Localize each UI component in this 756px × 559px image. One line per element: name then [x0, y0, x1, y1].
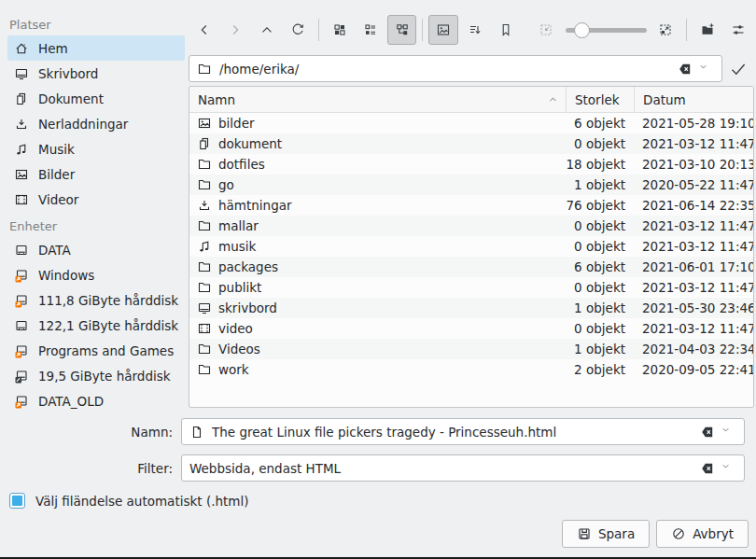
folder-icon — [197, 157, 212, 172]
icon-view-button[interactable] — [325, 15, 354, 45]
sidebar-item-skrivbord[interactable]: Skrivbord — [7, 61, 185, 86]
file-name: mallar — [218, 218, 259, 233]
filename-dropdown-arrow[interactable] — [725, 426, 738, 439]
icon-view-icon — [332, 22, 347, 37]
file-date: 2021-04-03 22:34 — [634, 342, 753, 356]
column-header-name[interactable]: Namn — [189, 87, 566, 112]
sidebar-item-windows[interactable]: Windows — [7, 262, 185, 287]
filter-dropdown-arrow[interactable] — [725, 462, 738, 475]
filter-row: Filter: — [0, 454, 745, 482]
detail-tree-view-button[interactable] — [387, 15, 417, 45]
sidebar-item-label: 111,8 GiByte hårddisk — [38, 293, 178, 308]
save-button[interactable]: Spara — [562, 520, 650, 548]
location-bar[interactable] — [189, 55, 722, 82]
show-preview-button[interactable] — [428, 15, 458, 45]
clear-location-button[interactable] — [679, 62, 699, 77]
file-size: 0 objekt — [566, 136, 634, 151]
bookmark-button[interactable] — [491, 15, 520, 45]
filter-input[interactable] — [189, 461, 697, 476]
cancel-icon — [671, 526, 686, 541]
table-row[interactable]: skrivbord1 objekt2021-05-30 23:46 — [189, 298, 753, 318]
filename-field[interactable] — [181, 418, 745, 445]
clear-filename-button[interactable] — [701, 425, 721, 440]
sidebar-item-label: Skrivbord — [38, 66, 98, 81]
up-button[interactable] — [252, 15, 281, 45]
sidebar-item-19-5-gibyte-h-rddisk[interactable]: 19,5 GiByte hårddisk — [7, 363, 185, 388]
table-row[interactable]: bilder6 objekt2021-05-28 19:10 — [189, 113, 753, 133]
compact-view-button[interactable] — [356, 15, 385, 45]
sidebar-item-hem[interactable]: Hem — [7, 35, 185, 61]
auto-extension-row: Välj filändelse automatiskt (.html) — [9, 493, 248, 509]
new-folder-button[interactable] — [693, 15, 721, 45]
table-row[interactable]: dokument0 objekt2021-03-12 11:47 — [189, 133, 753, 154]
file-date: 2021-05-30 23:46 — [634, 300, 753, 315]
chevron-left-icon — [197, 22, 212, 37]
back-button[interactable] — [189, 15, 218, 45]
table-row[interactable]: hämtningar76 objekt2021-06-14 22:35 — [189, 195, 753, 216]
zoom-in-button[interactable] — [651, 15, 680, 45]
accept-location-button[interactable] — [722, 55, 754, 82]
file-date: 2021-06-01 17:10 — [634, 259, 753, 274]
sidebar-item-nerladdningar[interactable]: Nerladdningar — [7, 111, 185, 136]
file-date: 2021-05-28 19:10 — [634, 116, 753, 131]
music-note-icon — [14, 142, 29, 157]
slider-knob[interactable] — [574, 22, 590, 38]
sidebar-item-programs-and-games[interactable]: Programs and Games — [7, 338, 185, 363]
filter-field[interactable] — [181, 454, 745, 482]
clear-filter-button[interactable] — [701, 461, 721, 476]
cancel-button[interactable]: Avbryt — [656, 520, 749, 548]
table-row[interactable]: video0 objekt2021-03-12 11:47 — [189, 318, 753, 339]
table-row[interactable]: publikt0 objekt2021-03-12 11:47 — [189, 277, 753, 298]
sidebar-item-122-1-gibyte-h-rddisk[interactable]: 122,1 GiByte hårddisk — [7, 313, 185, 338]
table-row[interactable]: work2 objekt2020-09-05 22:41 — [189, 359, 753, 380]
sidebar-item-videor[interactable]: Videor — [7, 187, 185, 212]
file-name: work — [218, 362, 249, 377]
file-rows: bilder6 objekt2021-05-28 19:10dokument0 … — [189, 113, 753, 380]
sidebar-item-bilder[interactable]: Bilder — [7, 161, 185, 187]
reload-icon — [290, 22, 305, 37]
backspace-clear-icon — [678, 62, 693, 77]
toolbar — [189, 13, 754, 47]
filename-input[interactable] — [212, 425, 697, 440]
auto-extension-label: Välj filändelse automatiskt (.html) — [35, 494, 248, 509]
copy-document-icon — [14, 91, 29, 106]
table-row[interactable]: go1 objekt2020-05-22 11:47 — [189, 175, 753, 195]
file-name-cell: hämtningar — [189, 198, 566, 213]
sidebar-item-musik[interactable]: Musik — [7, 136, 185, 161]
checkbox-checked-mark — [12, 496, 22, 506]
table-row[interactable]: mallar0 objekt2021-03-12 11:47 — [189, 216, 753, 236]
sidebar-item-111-8-gibyte-h-rddisk[interactable]: 111,8 GiByte hårddisk — [7, 287, 185, 313]
folder-icon — [197, 362, 212, 377]
options-button[interactable] — [723, 15, 752, 45]
image-icon — [14, 167, 29, 182]
column-header-date[interactable]: Datum — [634, 87, 753, 112]
table-row[interactable]: Videos1 objekt2021-04-03 22:34 — [189, 339, 753, 359]
reload-button[interactable] — [283, 15, 312, 45]
sidebar-item-label: 122,1 GiByte hårddisk — [38, 318, 178, 333]
backspace-clear-icon — [700, 425, 715, 440]
places-sidebar: PlatserHemSkrivbordDokumentNerladdningar… — [7, 15, 185, 413]
sidebar-item-data[interactable]: DATA — [7, 237, 185, 262]
sidebar-item-dokument[interactable]: Dokument — [7, 86, 185, 111]
table-row[interactable]: musik0 objekt2021-03-12 11:47 — [189, 236, 753, 257]
save-button-label: Spara — [598, 526, 635, 541]
file-name: video — [218, 321, 253, 336]
filter-label: Filter: — [0, 461, 181, 476]
auto-extension-checkbox[interactable] — [9, 493, 25, 509]
icon-zoom-slider[interactable] — [566, 15, 647, 45]
sidebar-item-data-old[interactable]: DATA_OLD — [7, 388, 185, 413]
location-dropdown-arrow[interactable] — [703, 63, 716, 76]
file-name-cell: video — [189, 321, 566, 336]
file-name: skrivbord — [218, 300, 277, 315]
file-name: musik — [218, 239, 256, 254]
column-header-size[interactable]: Storlek — [566, 87, 634, 112]
folder-icon — [197, 280, 212, 295]
floppy-icon — [577, 526, 592, 541]
table-row[interactable]: packages6 objekt2021-06-01 17:10 — [189, 257, 753, 277]
filename-label: Namn: — [0, 425, 181, 440]
sort-button[interactable] — [460, 15, 489, 45]
file-date: 2021-03-12 11:47 — [634, 136, 753, 151]
location-input[interactable] — [219, 62, 675, 77]
image-icon — [197, 116, 212, 131]
table-row[interactable]: dotfiles18 objekt2021-03-10 20:13 — [189, 154, 753, 175]
